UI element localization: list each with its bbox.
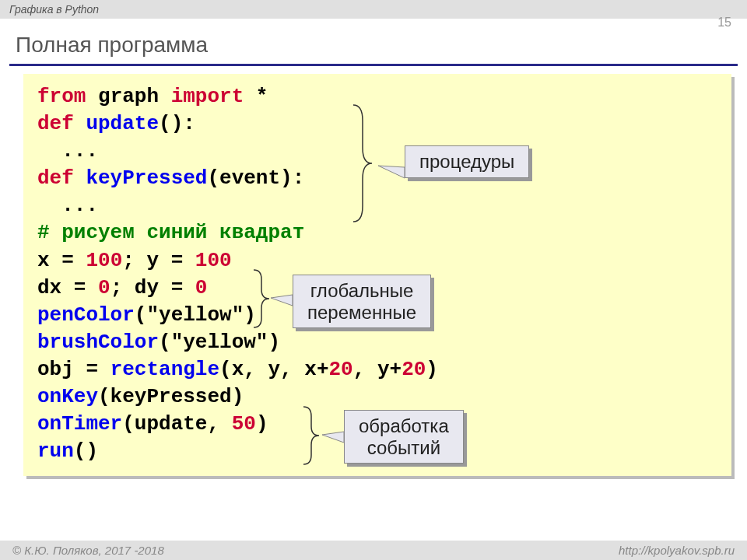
callout-globals: глобальные переменные	[293, 275, 431, 328]
code-line: ...	[37, 192, 717, 219]
code-line: brushColor("yellow")	[37, 329, 717, 356]
brace-icon	[254, 270, 272, 327]
code-line: onKey(keyPressed)	[37, 383, 717, 411]
svg-marker-2	[322, 432, 344, 443]
svg-marker-1	[271, 295, 293, 306]
slide-title: Полная программа	[0, 19, 747, 64]
header-subject: Графика в Python	[9, 3, 99, 16]
svg-marker-0	[378, 166, 405, 178]
code-line: # рисуем синий квадрат	[37, 219, 717, 247]
code-line: from graph import *	[37, 83, 717, 110]
callout-procedures: процедуры	[405, 145, 529, 178]
callout-tail-icon	[378, 166, 406, 181]
footer-copyright: © К.Ю. Поляков, 2017 -2018	[12, 544, 164, 557]
code-line: def update():	[37, 110, 717, 138]
brace-icon	[303, 407, 322, 464]
footer: © К.Ю. Поляков, 2017 -2018 http://kpolya…	[0, 541, 747, 560]
code-block: from graph import * def update(): ... de…	[23, 74, 731, 476]
code-line: obj = rectangle(x, y, x+20, y+20)	[37, 356, 717, 383]
code-line: def keyPressed(event):	[37, 165, 717, 192]
brace-icon	[353, 105, 377, 222]
footer-url: http://kpolyakov.spb.ru	[619, 544, 735, 557]
page-number: 15	[717, 16, 731, 30]
header-bar: Графика в Python	[0, 0, 747, 19]
code-line: x = 100; y = 100	[37, 247, 717, 275]
callout-tail-icon	[322, 432, 345, 446]
callout-events: обработка событий	[344, 410, 464, 464]
title-underline	[9, 64, 738, 66]
callout-tail-icon	[271, 295, 294, 309]
code-line: ...	[37, 138, 717, 165]
